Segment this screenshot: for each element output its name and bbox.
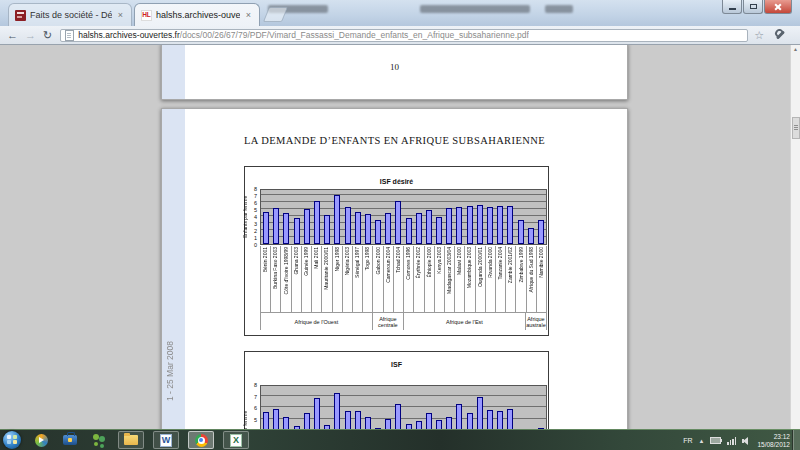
bar bbox=[436, 420, 442, 429]
bar bbox=[385, 419, 391, 429]
tab-title: halshs.archives-ouvertes.f bbox=[156, 10, 240, 20]
bar bbox=[528, 228, 534, 244]
reload-icon[interactable]: ↻ bbox=[43, 30, 52, 41]
bar bbox=[283, 213, 289, 245]
taskbar-word-button[interactable]: W bbox=[153, 431, 179, 449]
y-tick-label: 1 bbox=[254, 235, 257, 241]
scroll-up-icon[interactable]: ▲ bbox=[793, 46, 798, 52]
category-cell: Comores 1996 bbox=[404, 246, 414, 312]
browser-titlebar: Faits de société - Démogra × HL halshs.a… bbox=[0, 0, 800, 26]
network-signal-icon[interactable] bbox=[727, 437, 736, 445]
y-tick-label: 6 bbox=[254, 200, 257, 206]
category-cell: Malawi 2000 bbox=[455, 246, 465, 312]
toolbox-icon bbox=[63, 435, 77, 445]
browser-toolbar: ← → ↻ halshs.archives-ouvertes.fr/docs/0… bbox=[0, 26, 800, 45]
back-icon[interactable]: ← bbox=[7, 30, 18, 41]
volume-icon[interactable] bbox=[742, 437, 751, 445]
category-cell: Ghana 2003 bbox=[292, 246, 302, 312]
forward-icon[interactable]: → bbox=[25, 30, 36, 41]
category-label: Togo 1998 bbox=[363, 247, 372, 270]
page-document-icon bbox=[65, 30, 74, 41]
category-cell: Madagascar 2003/04 bbox=[445, 246, 455, 312]
bookmark-star-icon[interactable]: ☆ bbox=[754, 29, 764, 42]
maximize-button[interactable] bbox=[743, 0, 763, 14]
battery-icon[interactable] bbox=[710, 437, 721, 444]
hal-favicon: HL bbox=[141, 10, 152, 21]
new-tab-button[interactable] bbox=[263, 7, 288, 22]
category-cell: Côte d'Ivoire 1998/99 bbox=[281, 246, 291, 312]
category-label: Mozambique 2003 bbox=[465, 247, 474, 288]
category-label: Ouganda 2000/01 bbox=[476, 247, 485, 287]
bar bbox=[446, 208, 452, 244]
hal-watermark-strip bbox=[162, 45, 185, 99]
windows-taskbar: W X FR ▲ 23:12 15/08/2012 bbox=[0, 429, 800, 450]
category-label: Guinée 1999 bbox=[302, 247, 311, 276]
region-group-label: Afrique australe bbox=[526, 313, 547, 330]
bar bbox=[467, 206, 473, 245]
taskbar-media-player-button[interactable] bbox=[31, 431, 51, 449]
pdf-viewer: 10 1 - 25 Mar 2008 LA DEMANDE D’ENFANTS … bbox=[0, 45, 800, 429]
bar bbox=[395, 201, 401, 244]
tab-halshs-archives[interactable]: HL halshs.archives-ouvertes.f × bbox=[134, 3, 260, 26]
bar bbox=[263, 412, 269, 429]
browser-window: Faits de société - Démogra × HL halshs.a… bbox=[0, 0, 800, 450]
close-button[interactable] bbox=[764, 0, 792, 14]
category-label: Burkina Faso 2003 bbox=[271, 247, 280, 289]
system-tray: FR ▲ 23:12 15/08/2012 bbox=[683, 430, 790, 450]
hal-watermark-strip: 1 - 25 Mar 2008 bbox=[162, 109, 185, 429]
folder-icon bbox=[124, 435, 138, 445]
category-label: Nigéria 2003 bbox=[343, 247, 352, 275]
bar bbox=[497, 206, 503, 245]
category-cell: Burkina Faso 2003 bbox=[271, 246, 281, 312]
start-button[interactable] bbox=[3, 431, 21, 449]
category-cell: Zambie 2001/02 bbox=[506, 246, 516, 312]
messenger-icon bbox=[92, 434, 106, 446]
clock[interactable]: 23:12 15/08/2012 bbox=[757, 433, 790, 449]
pdf-scrollbar[interactable]: ▲ bbox=[790, 45, 800, 429]
category-cell: Gabon 2000 bbox=[373, 246, 383, 312]
bar bbox=[304, 209, 310, 244]
taskbar-messenger-button[interactable] bbox=[89, 431, 109, 449]
bar bbox=[304, 413, 310, 429]
tab-close-icon[interactable]: × bbox=[244, 10, 253, 21]
bar bbox=[467, 413, 473, 429]
category-label: Tchad 2004 bbox=[394, 247, 403, 273]
bar bbox=[324, 215, 330, 244]
y-tick-label: 8 bbox=[254, 382, 257, 388]
window-controls bbox=[721, 0, 792, 14]
clock-time: 23:12 bbox=[757, 433, 790, 441]
show-desktop-button[interactable] bbox=[792, 430, 800, 450]
bar bbox=[456, 404, 462, 429]
bar bbox=[273, 208, 279, 244]
language-indicator[interactable]: FR bbox=[683, 437, 692, 444]
category-label: Mauritanie 2000/01 bbox=[322, 247, 331, 290]
url-domain: halshs.archives-ouvertes.fr bbox=[78, 30, 180, 40]
bar bbox=[314, 398, 320, 429]
region-group-label: Afrique centrale bbox=[373, 313, 404, 330]
tab-close-icon[interactable]: × bbox=[116, 10, 125, 21]
bar bbox=[426, 210, 432, 244]
gridline bbox=[261, 201, 546, 202]
scrollbar-thumb[interactable] bbox=[792, 117, 800, 139]
category-cell: Sénégal 1997 bbox=[353, 246, 363, 312]
category-label: Sénégal 1997 bbox=[353, 247, 362, 278]
category-label: Ghana 2003 bbox=[292, 247, 301, 275]
chrome-icon bbox=[195, 434, 208, 447]
settings-wrench-icon[interactable] bbox=[774, 29, 786, 41]
hidden-icons-arrow[interactable]: ▲ bbox=[699, 438, 705, 444]
taskbar-toolbox-button[interactable] bbox=[60, 431, 80, 449]
category-axis-labels: Bénin 2001Burkina Faso 2003Côte d'Ivoire… bbox=[260, 246, 547, 312]
y-tick-label: 4 bbox=[254, 214, 257, 220]
category-label: Cameroun 2004 bbox=[384, 247, 393, 283]
category-cell: Cameroun 2004 bbox=[384, 246, 394, 312]
url-text: halshs.archives-ouvertes.fr/docs/00/26/6… bbox=[78, 30, 529, 40]
taskbar-excel-button[interactable]: X bbox=[223, 431, 249, 449]
region-group-label: Afrique de l'Est bbox=[404, 313, 526, 330]
bar bbox=[365, 417, 371, 429]
taskbar-chrome-button[interactable] bbox=[188, 431, 214, 449]
category-cell: Mozambique 2003 bbox=[465, 246, 475, 312]
taskbar-explorer-button[interactable] bbox=[118, 431, 144, 449]
tab-faits-de-societe[interactable]: Faits de société - Démogra × bbox=[8, 3, 132, 26]
minimize-button[interactable] bbox=[722, 0, 742, 14]
address-bar[interactable]: halshs.archives-ouvertes.fr/docs/00/26/6… bbox=[60, 29, 748, 42]
